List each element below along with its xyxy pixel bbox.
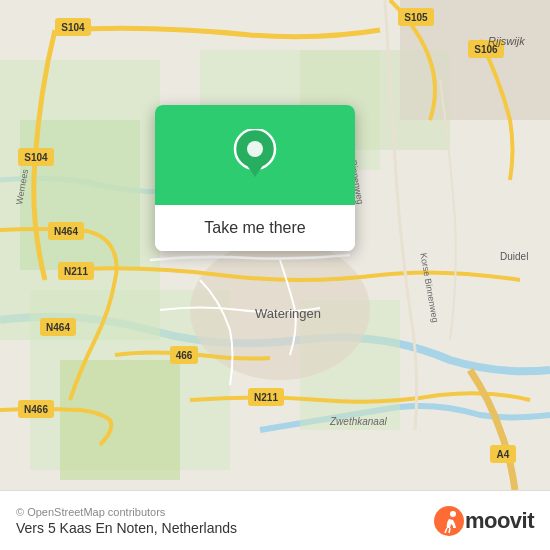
svg-text:S104: S104 [61, 22, 85, 33]
svg-text:Duidel: Duidel [500, 251, 528, 262]
svg-text:Rijswijk: Rijswijk [488, 35, 525, 47]
svg-text:N464: N464 [54, 226, 78, 237]
moovit-logo: moovit [433, 505, 534, 537]
moovit-text: moovit [465, 508, 534, 534]
svg-text:Zwethkanaal: Zwethkanaal [329, 416, 387, 427]
popup-green-header [155, 105, 355, 205]
moovit-icon [433, 505, 465, 537]
footer: © OpenStreetMap contributors Vers 5 Kaas… [0, 490, 550, 550]
copyright-text: © OpenStreetMap contributors [16, 506, 237, 518]
svg-point-44 [450, 511, 456, 517]
location-popup: Take me there [155, 105, 355, 251]
svg-text:N466: N466 [24, 404, 48, 415]
svg-text:N211: N211 [254, 392, 278, 403]
take-me-there-button[interactable]: Take me there [155, 205, 355, 251]
svg-point-41 [247, 141, 263, 157]
svg-text:S104: S104 [24, 152, 48, 163]
svg-text:S105: S105 [404, 12, 428, 23]
svg-marker-42 [244, 161, 266, 177]
svg-text:Wateringen: Wateringen [255, 306, 321, 321]
map-container: S104 S104 S105 S106 N211 N211 N464 N464 … [0, 0, 550, 490]
location-pin-icon [233, 129, 277, 181]
svg-text:N464: N464 [46, 322, 70, 333]
svg-text:466: 466 [176, 350, 193, 361]
footer-info: © OpenStreetMap contributors Vers 5 Kaas… [16, 506, 237, 536]
svg-text:A4: A4 [497, 449, 510, 460]
svg-text:N211: N211 [64, 266, 88, 277]
location-title: Vers 5 Kaas En Noten, Netherlands [16, 520, 237, 536]
